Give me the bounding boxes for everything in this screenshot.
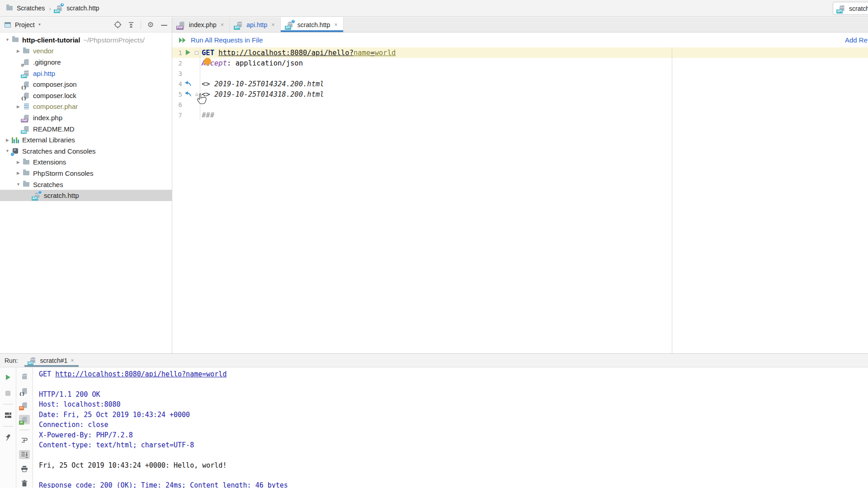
code-editor[interactable]: 1GET http://localhost:8080/api/hello?nam… xyxy=(172,47,868,353)
editor-tab-index-php[interactable]: PHPindex.php× xyxy=(172,17,230,32)
breadcrumb-file-label: scratch.http xyxy=(66,5,99,12)
breadcrumb-separator: › xyxy=(49,5,51,12)
file-php-icon: PHP xyxy=(22,114,30,121)
run-request-gutter-button[interactable] xyxy=(184,49,192,57)
tree-expand-icon[interactable]: ▶ xyxy=(14,171,22,175)
soft-wrap-icon xyxy=(20,436,28,444)
project-tool-window: Project ▼ ⚙— ▼http-client-tutorial~/Phps… xyxy=(0,17,172,353)
run-all-label: Run All Requests in File xyxy=(191,36,263,44)
view-as-text-button[interactable] xyxy=(19,372,30,381)
tree-item-index-php[interactable]: PHPindex.php xyxy=(0,112,172,123)
tree-item-label: composer.json xyxy=(33,80,77,88)
run-configuration-selector[interactable]: API scratch#1 xyxy=(833,2,868,15)
tree-item-scratches[interactable]: ▼Scratches xyxy=(0,179,172,190)
close-icon[interactable]: × xyxy=(221,21,224,28)
nav-arrow-icon xyxy=(184,90,192,97)
console-line: Connection: close xyxy=(39,420,868,430)
rerun-button[interactable] xyxy=(3,372,14,383)
chevron-down-icon: ▼ xyxy=(38,23,42,27)
run-toolbar-outer xyxy=(0,367,16,488)
stop-button[interactable] xyxy=(3,388,14,399)
tab-label: api.http xyxy=(246,21,267,28)
file-api-icon: API xyxy=(22,70,30,77)
tree-item-composer-phar[interactable]: ▶composer.phar xyxy=(0,101,172,113)
console-text: HTTP/1.1 200 OK xyxy=(39,390,100,399)
collapse-all-button[interactable] xyxy=(127,21,135,29)
tree-expand-icon[interactable]: ▶ xyxy=(14,49,22,53)
folder-icon xyxy=(22,159,30,166)
project-view-selector[interactable]: Project ▼ xyxy=(4,21,113,28)
console-line: Response code: 200 (OK); Time: 24ms; Con… xyxy=(39,480,868,488)
pin-tab-button[interactable] xyxy=(3,432,14,443)
file-md-icon: MD xyxy=(22,125,30,132)
run-all-icon xyxy=(178,37,187,43)
tab-label: scratch.http xyxy=(297,21,330,28)
tree-item-label: composer.phar xyxy=(33,103,78,110)
tree-item-api-http[interactable]: APIapi.http xyxy=(0,68,172,79)
tree-item-readme-md[interactable]: MDREADME.MD xyxy=(0,123,172,135)
locate-button[interactable] xyxy=(113,21,122,29)
tree-collapse-icon[interactable]: ▼ xyxy=(4,38,11,42)
breadcrumb-file[interactable]: API scratch.http xyxy=(55,5,99,12)
tree-item-label: api.http xyxy=(33,70,55,77)
view-as-html-button[interactable]: <> xyxy=(19,401,30,410)
tree-item-composer-json[interactable]: {}composer.json xyxy=(0,79,172,90)
tree-item-composer-lock[interactable]: {}composer.lock xyxy=(0,90,172,101)
open-response-gutter-button[interactable] xyxy=(184,80,192,88)
tree-item-external-libraries[interactable]: ▶External Libraries xyxy=(0,134,172,145)
code-line-4: 4<> 2019-10-25T014324.200.html xyxy=(172,79,868,89)
minus-icon: — xyxy=(160,21,168,28)
close-icon[interactable]: × xyxy=(334,21,338,28)
close-icon[interactable]: × xyxy=(271,21,275,28)
tree-item-extensions[interactable]: ▶Extensions xyxy=(0,157,172,168)
line-number: 5 xyxy=(172,91,182,98)
breadcrumb-folder[interactable]: Scratches xyxy=(5,5,45,12)
tree-item-label: Extensions xyxy=(33,158,66,166)
code-text: <> 2019-10-25T014318.200.html xyxy=(202,90,324,99)
play-icon xyxy=(4,374,12,381)
tree-item-scratch-http[interactable]: APIscratch.http xyxy=(0,190,172,201)
nav-arrow-icon xyxy=(184,80,192,87)
request-url-link[interactable]: http://localhost:8080/api/hello?name=wor… xyxy=(55,370,226,378)
run-tab-scratch[interactable]: API scratch#1 × xyxy=(24,354,79,367)
run-all-requests-button[interactable]: Run All Requests in File xyxy=(178,36,263,44)
line-number: 4 xyxy=(172,80,182,88)
clear-all-button[interactable] xyxy=(19,479,30,488)
view-as-h-button[interactable]: H xyxy=(19,415,30,424)
console-line: Fri, 25 Oct 2019 10:43:24 +0000: Hello, … xyxy=(39,460,868,470)
print-button[interactable] xyxy=(19,464,30,474)
hand-cursor-icon xyxy=(196,93,208,105)
console-text: Host: localhost:8080 xyxy=(39,400,121,408)
ext-lib-icon xyxy=(11,136,19,144)
tree-expand-icon[interactable]: ▶ xyxy=(4,138,11,142)
tree-item-scratches-and-consoles[interactable]: ▼Scratches and Consoles xyxy=(0,145,172,157)
editor-tab-api-http[interactable]: APIapi.http× xyxy=(230,17,281,32)
add-request-button[interactable]: Add Re xyxy=(845,36,868,44)
console-line: GET http://localhost:8080/api/hello?name… xyxy=(39,369,868,379)
console-text: Date: Fri, 25 Oct 2019 10:43:24 +0000 xyxy=(39,411,190,419)
tree-collapse-icon[interactable]: ▼ xyxy=(4,149,11,153)
soft-wrap-button[interactable] xyxy=(19,436,30,445)
file-text-icon xyxy=(20,373,28,380)
tree-expand-icon[interactable]: ▶ xyxy=(14,104,22,109)
tree-item-gitignore[interactable]: ⊘.gitignore xyxy=(0,56,172,68)
restore-layout-button[interactable] xyxy=(3,410,14,421)
tree-item-http-client-tutorial[interactable]: ▼http-client-tutorial~/PhpstormProjects/ xyxy=(0,34,172,46)
scroll-to-end-button[interactable] xyxy=(19,450,30,460)
fold-marker-icon[interactable] xyxy=(195,51,198,55)
tree-item-phpstorm-consoles[interactable]: ▶PhpStorm Consoles xyxy=(0,168,172,179)
hide-panel-button[interactable]: — xyxy=(160,21,168,29)
scratches-consoles-icon xyxy=(11,147,19,155)
close-icon[interactable]: × xyxy=(71,357,74,364)
tree-collapse-icon[interactable]: ▼ xyxy=(14,182,22,187)
open-response-gutter-button[interactable] xyxy=(184,90,192,99)
console-text: Connection: close xyxy=(39,421,108,429)
tree-expand-icon[interactable]: ▶ xyxy=(14,160,22,164)
code-text: ### xyxy=(202,111,214,119)
editor-tab-scratch-http[interactable]: APIscratch.http× xyxy=(281,17,344,32)
view-as-json-button[interactable]: {} xyxy=(19,386,30,396)
line-number: 1 xyxy=(172,49,182,56)
settings-button[interactable]: ⚙ xyxy=(146,21,155,29)
file-api-icon: API xyxy=(29,357,37,364)
tree-item-vendor[interactable]: ▶vendor xyxy=(0,46,172,57)
